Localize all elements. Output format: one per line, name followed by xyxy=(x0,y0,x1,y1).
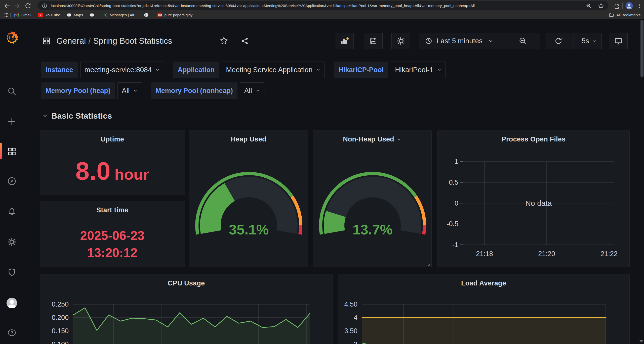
var-memory-pool-nonheap-label: Memory Pool (nonheap) xyxy=(151,82,237,99)
bookmarks-separator xyxy=(10,13,11,17)
panel-uptime[interactable]: Uptime 8.0hour xyxy=(40,130,185,195)
var-memory-pool-nonheap-dropdown[interactable]: All xyxy=(240,82,264,99)
var-hikaricp-dropdown[interactable]: HikariPool-1 xyxy=(391,62,446,78)
panel-load-average[interactable]: Load Average 4.5043.503 xyxy=(338,274,630,344)
breadcrumb: General/Spring Boot Statistics xyxy=(56,36,172,46)
browser-toolbar: localhost:3000/d/sOae4vCnk/spring-boot-s… xyxy=(0,0,644,19)
cpu-usage-chart: 0.2500.2000.1500.100 xyxy=(40,274,333,344)
address-bar[interactable]: localhost:3000/d/sOae4vCnk/spring-boot-s… xyxy=(38,1,608,10)
sidebar-item-dashboards[interactable] xyxy=(7,146,17,157)
server-admin-shield-icon[interactable] xyxy=(7,267,17,277)
time-range-label[interactable]: Last 5 minutes xyxy=(437,37,482,45)
variables-row-2: Memory Pool (heap) All Memory Pool (nonh… xyxy=(41,82,264,99)
browser-reload-icon[interactable] xyxy=(24,2,32,10)
dashboard-grid-icon[interactable] xyxy=(42,37,51,45)
svg-text:1: 1 xyxy=(455,158,458,165)
create-plus-icon[interactable] xyxy=(7,116,17,126)
var-hikaricp-label: HikariCP-Pool xyxy=(334,62,388,78)
globe-icon xyxy=(144,13,149,17)
configuration-gear-icon[interactable] xyxy=(7,237,17,247)
help-icon[interactable]: ? xyxy=(7,328,17,338)
bookmark-youtube[interactable]: YouTube xyxy=(38,13,60,17)
youtube-icon xyxy=(38,13,43,17)
scrollbar-down-arrow[interactable] xyxy=(639,340,643,342)
tv-mode-button[interactable] xyxy=(609,33,628,49)
panel-heap-used[interactable]: Heap Used 35.1% xyxy=(189,130,308,267)
browser-menu-kebab-icon[interactable] xyxy=(635,2,643,10)
extensions-puzzle-icon[interactable] xyxy=(612,2,621,10)
var-memory-pool-heap-dropdown[interactable]: All xyxy=(117,82,142,99)
breadcrumb-folder[interactable]: General xyxy=(56,36,86,45)
url-text[interactable]: localhost:3000/d/sOae4vCnk/spring-boot-s… xyxy=(51,4,582,8)
bookmarks-bar: Gmail YouTube Maps Messages | Air... UM … xyxy=(0,11,644,19)
svg-text:3.50: 3.50 xyxy=(344,327,357,335)
scrollbar-thumb[interactable] xyxy=(640,20,643,77)
uptime-value: 8.0hour xyxy=(40,157,185,185)
panel-open-files[interactable]: Process Open Files 10.50-0.5-121:1821:20… xyxy=(437,130,630,267)
bookmark-globe-2[interactable] xyxy=(144,13,151,17)
search-icon[interactable] xyxy=(7,86,17,96)
sidebar-active-indicator xyxy=(0,143,2,159)
svg-text:4.50: 4.50 xyxy=(344,301,357,308)
bookmark-messages[interactable]: Messages | Air... xyxy=(103,13,137,17)
svg-text:UM: UM xyxy=(158,14,162,16)
dashboard-settings-button[interactable] xyxy=(391,33,410,49)
folder-icon xyxy=(609,13,614,17)
browser-profile-avatar[interactable] xyxy=(625,2,633,10)
browser-back-icon[interactable] xyxy=(3,2,11,10)
grafana-logo[interactable] xyxy=(5,30,19,45)
chevron-down-icon xyxy=(256,88,260,93)
bookmark-pure-papers[interactable]: UM pure papers gidy xyxy=(157,13,193,17)
bookmark-star-icon[interactable] xyxy=(598,3,604,9)
clock-icon xyxy=(425,37,433,45)
start-time-value: 2025-06-23 13:20:12 xyxy=(40,227,185,261)
alerting-bell-icon[interactable] xyxy=(7,207,17,217)
var-memory-pool-heap-label: Memory Pool (heap) xyxy=(41,82,115,99)
panel-start-time-title[interactable]: Start time xyxy=(40,201,185,214)
var-application-dropdown[interactable]: Meeting Service Application xyxy=(222,62,325,78)
browser-forward-icon[interactable] xyxy=(13,2,22,10)
heap-gauge: 35.1% xyxy=(189,130,308,268)
chevron-down-icon xyxy=(133,88,138,93)
all-bookmarks-button[interactable]: All Bookmarks xyxy=(609,11,640,19)
bookmark-gmail[interactable]: Gmail xyxy=(14,13,31,17)
svg-text:0.200: 0.200 xyxy=(52,314,69,321)
panel-start-time[interactable]: Start time 2025-06-23 13:20:12 xyxy=(40,201,185,267)
apps-grid-icon[interactable] xyxy=(4,13,9,17)
share-icon[interactable] xyxy=(240,37,249,45)
refresh-interval-dropdown[interactable]: 5s xyxy=(577,37,601,45)
gear-icon xyxy=(396,37,405,45)
bookmark-maps[interactable]: Maps xyxy=(67,13,83,17)
zoom-out-icon xyxy=(518,37,527,45)
section-title: Basic Statistics xyxy=(51,111,112,121)
svg-text:21:18: 21:18 xyxy=(476,250,493,258)
refresh-interval-label: 5s xyxy=(582,37,589,45)
var-instance-label: Instance xyxy=(41,62,78,78)
save-dashboard-button[interactable] xyxy=(364,33,383,49)
svg-text:0.5: 0.5 xyxy=(449,179,458,186)
svg-text:-0.5: -0.5 xyxy=(447,220,458,228)
svg-text:3: 3 xyxy=(354,340,357,344)
panel-resize-grip[interactable] xyxy=(427,263,430,266)
panel-cpu-usage[interactable]: CPU Usage 0.2500.2000.1500.100 xyxy=(40,274,333,344)
panel-uptime-title[interactable]: Uptime xyxy=(40,130,185,143)
section-basic-statistics[interactable]: Basic Statistics xyxy=(42,111,112,121)
panel-nonheap-used[interactable]: Non-Heap Used 13.7% xyxy=(313,130,432,267)
var-instance-dropdown[interactable]: meeting-service:8084 xyxy=(80,62,164,78)
bookmark-globe[interactable] xyxy=(90,13,97,17)
green-arrow-icon xyxy=(103,13,107,17)
explore-compass-icon[interactable] xyxy=(7,176,17,186)
favorite-star-icon[interactable] xyxy=(219,36,228,45)
gmail-icon xyxy=(14,13,19,17)
var-application-label: Application xyxy=(173,62,219,78)
refresh-button[interactable] xyxy=(546,37,571,45)
zoom-page-icon[interactable] xyxy=(586,3,592,9)
user-avatar[interactable] xyxy=(6,297,18,309)
um-badge-icon: UM xyxy=(157,13,162,17)
site-info-icon[interactable] xyxy=(42,3,47,9)
zoom-out-button[interactable] xyxy=(505,37,540,45)
svg-text:21:22: 21:22 xyxy=(600,250,618,258)
add-panel-button[interactable] xyxy=(336,33,354,49)
load-average-chart: 4.5043.503 xyxy=(338,274,630,344)
chevron-down-icon xyxy=(316,68,320,72)
